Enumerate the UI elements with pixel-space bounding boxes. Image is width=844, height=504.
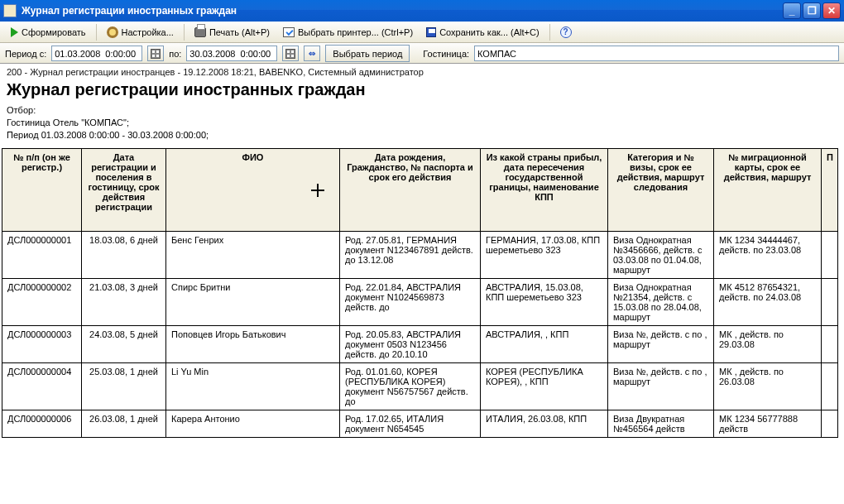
maximize-button[interactable]: ❐ [803, 2, 821, 19]
period-swap-button[interactable]: ⇔ [304, 46, 320, 61]
filter-bar-1: Период с: по: ⇔ Выбрать период Гостиница… [0, 43, 844, 65]
print-label: Печать (Alt+P) [209, 27, 270, 37]
close-button[interactable]: ✕ [822, 2, 841, 19]
hotel-label: Гостиница: [423, 49, 469, 59]
period-from-label: Период с: [5, 49, 46, 59]
minimize-button[interactable]: _ [783, 2, 801, 19]
period-to-calendar-button[interactable] [282, 46, 299, 61]
select-period-label: Выбрать период [333, 49, 402, 59]
separator [549, 24, 550, 41]
settings-label: Настройка... [122, 27, 174, 37]
help-button[interactable]: ? [554, 23, 578, 41]
save-icon [426, 27, 436, 37]
report-meta: 200 - Журнал регистрации иностранцев - 1… [0, 64, 844, 79]
title-bar: Журнал регистрации иностранных граждан _… [0, 0, 844, 22]
calendar-icon [285, 49, 295, 59]
calendar-icon [151, 49, 161, 59]
print-icon [194, 27, 206, 37]
print-button[interactable]: Печать (Alt+P) [189, 23, 276, 41]
settings-button[interactable]: Настройка... [101, 23, 180, 41]
period-to-label: по: [169, 49, 181, 59]
select-printer-label: Выбрать принтер... (Ctrl+P) [298, 27, 413, 37]
gear-icon [107, 26, 118, 38]
toolbar: Сформировать Настройка... Печать (Alt+P)… [0, 22, 844, 43]
period-from-calendar-button[interactable] [147, 46, 164, 61]
play-icon [11, 27, 18, 37]
select-printer-button[interactable]: Выбрать принтер... (Ctrl+P) [277, 23, 419, 41]
report-area[interactable]: 200 - Журнал регистрации иностранцев - 1… [0, 63, 844, 86]
form-button[interactable]: Сформировать [5, 23, 92, 41]
window-title: Журнал регистрации иностранных граждан [22, 5, 783, 17]
help-icon: ? [560, 26, 572, 38]
select-printer-icon [283, 27, 295, 37]
separator [184, 24, 185, 41]
save-as-label: Сохранить как... (Alt+C) [439, 27, 539, 37]
swap-icon: ⇔ [309, 49, 315, 58]
form-label: Сформировать [22, 27, 86, 37]
app-icon [3, 4, 17, 17]
select-period-button[interactable]: Выбрать период [325, 45, 410, 62]
save-as-button[interactable]: Сохранить как... (Alt+C) [420, 23, 544, 41]
hotel-input[interactable] [474, 46, 839, 61]
separator [96, 24, 97, 41]
period-from-input[interactable] [51, 46, 142, 61]
report-title: Журнал регистрации иностранных граждан [0, 79, 844, 86]
period-to-input[interactable] [186, 46, 277, 61]
